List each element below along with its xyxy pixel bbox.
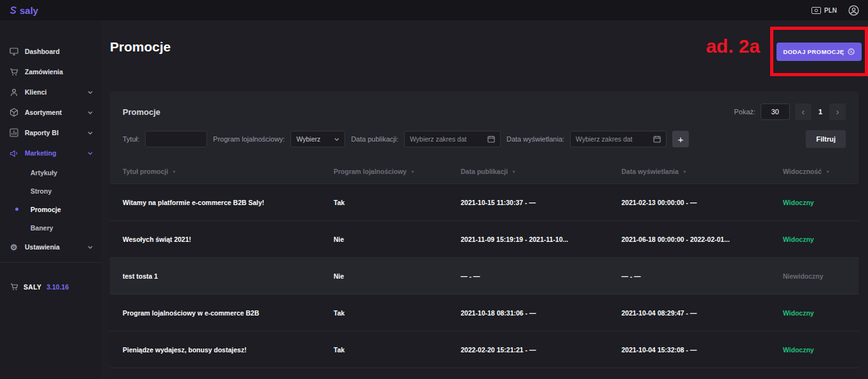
sort-icon: ▼ xyxy=(682,170,687,174)
sidebar-item-marketing[interactable]: Marketing xyxy=(0,143,102,163)
calendar-icon xyxy=(487,135,495,143)
table-row[interactable]: Witamy na platformie e-commerce B2B Saly… xyxy=(110,183,858,220)
current-page: 1 xyxy=(818,108,822,116)
add-promotion-button[interactable]: DODAJ PROMOCJĘ xyxy=(776,43,862,61)
sidebar-item-klienci[interactable]: Klienci xyxy=(0,82,102,102)
main-content: Promocje ad. 2a DODAJ PROMOCJĘ Promocje … xyxy=(102,20,868,379)
sidebar-item-label: Raporty BI xyxy=(25,129,58,136)
visibility-status: Widoczny xyxy=(783,346,846,354)
title-filter-label: Tytuł: xyxy=(123,135,139,143)
chevron-down-icon xyxy=(88,131,93,135)
display-date-range-input[interactable]: Wybierz zakres dat xyxy=(570,131,667,147)
loyalty-program: Nie xyxy=(334,272,461,280)
sort-icon: ▼ xyxy=(172,170,177,174)
topbar: saly PLN xyxy=(0,0,868,20)
table-row[interactable]: Program lojalnościowy w e-commerce B2B T… xyxy=(110,294,858,331)
publish-date-filter-label: Data publikacji: xyxy=(351,135,398,143)
prev-page-button[interactable]: ‹ xyxy=(795,103,811,120)
orders-cart-icon xyxy=(9,68,18,76)
sidebar-subitem-label: Promocje xyxy=(31,206,61,213)
sidebar-item-ustawienia[interactable]: ⚙ Ustawienia xyxy=(0,237,102,257)
calendar-icon xyxy=(653,135,661,143)
publish-date: 2021-10-18 08:31:06 - — xyxy=(461,309,621,317)
account-menu[interactable] xyxy=(848,5,859,16)
chevron-down-icon xyxy=(88,246,93,249)
filter-submit-button[interactable]: Filtruj xyxy=(806,130,846,148)
sidebar-divider xyxy=(0,262,102,263)
table-row[interactable]: test tosta 1 Nie — - — — - — Niewidoczny xyxy=(110,257,858,294)
promotion-title: Witamy na platformie e-commerce B2B Saly… xyxy=(123,199,334,206)
page-size-input[interactable] xyxy=(761,103,790,120)
loyalty-program: Nie xyxy=(334,236,461,243)
page-title: Promocje xyxy=(110,39,171,55)
cart-icon xyxy=(10,283,18,291)
chevron-down-icon xyxy=(88,111,93,114)
user-avatar-icon xyxy=(848,5,859,16)
sidebar-subitem-artykuly[interactable]: Artykuły xyxy=(0,163,102,182)
app-version: 3.10.16 xyxy=(46,283,69,291)
chevron-down-icon xyxy=(88,91,93,94)
program-filter-label: Program lojalnościowy: xyxy=(213,135,285,143)
app-brand: SALY xyxy=(24,283,41,291)
sidebar-item-label: Marketing xyxy=(25,149,57,157)
program-filter-select[interactable]: Wybierz xyxy=(290,131,345,147)
promotion-title: Wesołych świąt 2021! xyxy=(123,236,334,243)
show-label: Pokaż: xyxy=(734,108,756,116)
display-date: — - — xyxy=(621,272,783,280)
sort-icon: ▼ xyxy=(512,170,516,174)
card-title: Promocje xyxy=(123,107,160,117)
promotion-title: Program lojalnościowy w e-commerce B2B xyxy=(123,309,334,317)
sidebar-subitem-strony[interactable]: Strony xyxy=(0,182,102,200)
add-promotion-label: DODAJ PROMOCJĘ xyxy=(783,48,844,55)
loyalty-program: Tak xyxy=(334,309,461,317)
sidebar-subitem-label: Artykuły xyxy=(31,169,57,176)
publish-date-placeholder: Wybierz zakres dat xyxy=(410,135,466,143)
column-header-displayed[interactable]: Data wyświetlania ▼ xyxy=(621,168,783,175)
publish-date: 2021-10-15 11:30:37 - — xyxy=(461,199,621,206)
promotion-title: Pieniądze wydajesz, bonusy dostajesz! xyxy=(123,346,334,354)
sidebar-footer: SALY 3.10.16 xyxy=(0,283,102,291)
sidebar-item-asortyment[interactable]: Asortyment xyxy=(0,102,102,123)
banknote-icon xyxy=(811,7,821,14)
percent-badge-icon xyxy=(848,48,855,55)
add-filter-button[interactable]: + xyxy=(672,131,689,147)
sidebar-item-label: Dashboard xyxy=(25,48,60,55)
title-filter-input[interactable] xyxy=(145,131,207,147)
sort-icon: ▼ xyxy=(410,170,415,174)
column-header-visibility[interactable]: Widoczność ▼ xyxy=(783,168,846,175)
program-filter-value: Wybierz xyxy=(296,135,320,143)
sidebar-item-raporty-bi[interactable]: Raporty BI xyxy=(0,123,102,143)
column-header-program[interactable]: Program lojalnościowy ▼ xyxy=(334,168,461,175)
sidebar-subitem-banery[interactable]: Banery xyxy=(0,218,102,237)
display-date: 2021-02-13 00:00:00 - — xyxy=(621,199,783,206)
gear-icon: ⚙ xyxy=(9,243,18,251)
currency-label: PLN xyxy=(824,7,837,14)
sidebar-subitem-promocje[interactable]: Promocje xyxy=(0,200,102,218)
loyalty-program: Tak xyxy=(334,199,461,206)
dashboard-icon xyxy=(9,47,18,56)
logo-icon xyxy=(9,6,18,15)
publish-date: — - — xyxy=(461,272,621,280)
table-header: Tytuł promocji ▼ Program lojalnościowy ▼… xyxy=(110,159,858,183)
table-row[interactable]: Wesołych świąt 2021! Nie 2021-11-09 15:1… xyxy=(110,220,858,257)
sidebar-subitem-label: Banery xyxy=(31,224,53,232)
table-row[interactable]: Pieniądze wydajesz, bonusy dostajesz! Ta… xyxy=(110,331,858,368)
column-header-title[interactable]: Tytuł promocji ▼ xyxy=(123,168,334,175)
annotation-highlight-box: DODAJ PROMOCJĘ xyxy=(770,27,868,76)
sidebar-item-zamowienia[interactable]: Zamówienia xyxy=(0,62,102,82)
chevron-down-icon xyxy=(88,152,93,155)
filter-bar: Tytuł: Program lojalnościowy: Wybierz Da… xyxy=(110,129,858,159)
display-date: 2021-10-04 08:29:47 - — xyxy=(621,309,783,317)
sidebar-item-dashboard[interactable]: Dashboard xyxy=(0,41,102,62)
sidebar-item-label: Asortyment xyxy=(25,109,62,116)
column-header-published[interactable]: Data publikacji ▼ xyxy=(461,168,621,175)
visibility-status: Widoczny xyxy=(783,199,846,206)
publish-date-range-input[interactable]: Wybierz zakres dat xyxy=(404,131,501,147)
sort-icon: ▼ xyxy=(825,170,830,174)
display-date-placeholder: Wybierz zakres dat xyxy=(576,135,632,143)
loyalty-program: Tak xyxy=(334,346,461,354)
next-page-button[interactable]: › xyxy=(829,103,846,120)
promotion-title: test tosta 1 xyxy=(123,272,334,280)
currency-selector[interactable]: PLN xyxy=(811,7,837,14)
logo[interactable]: saly xyxy=(9,5,38,16)
